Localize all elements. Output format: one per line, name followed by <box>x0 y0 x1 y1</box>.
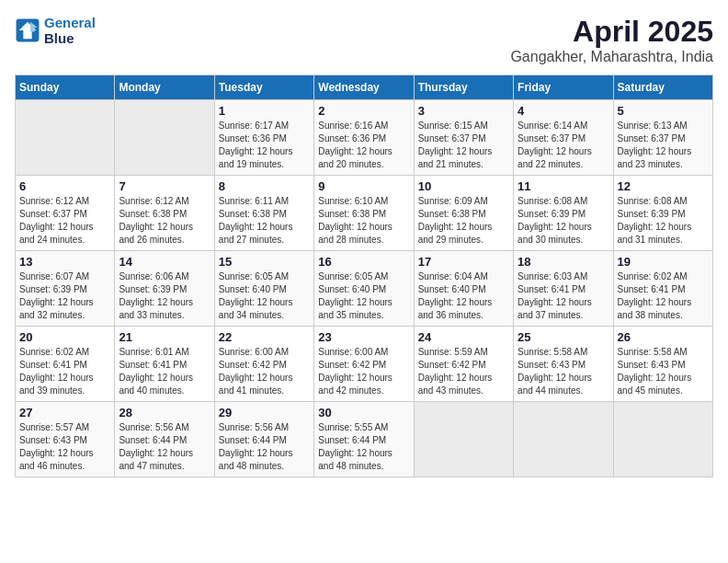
day-number: 30 <box>318 406 409 419</box>
day-info: Sunrise: 6:01 AM Sunset: 6:41 PM Dayligh… <box>119 346 210 397</box>
calendar-day-cell: 30Sunrise: 5:55 AM Sunset: 6:44 PM Dayli… <box>314 402 414 477</box>
weekday-header-row: SundayMondayTuesdayWednesdayThursdayFrid… <box>16 75 713 100</box>
calendar-day-cell: 3Sunrise: 6:15 AM Sunset: 6:37 PM Daylig… <box>414 100 513 176</box>
day-number: 24 <box>418 330 509 344</box>
day-info: Sunrise: 6:00 AM Sunset: 6:42 PM Dayligh… <box>318 346 409 397</box>
day-info: Sunrise: 5:56 AM Sunset: 6:44 PM Dayligh… <box>219 421 310 473</box>
day-info: Sunrise: 6:10 AM Sunset: 6:38 PM Dayligh… <box>318 195 409 247</box>
logo: General Blue <box>15 15 96 47</box>
day-info: Sunrise: 6:15 AM Sunset: 6:37 PM Dayligh… <box>418 120 509 171</box>
day-info: Sunrise: 6:02 AM Sunset: 6:41 PM Dayligh… <box>19 346 110 397</box>
calendar-day-cell: 1Sunrise: 6:17 AM Sunset: 6:36 PM Daylig… <box>214 100 313 176</box>
weekday-header: Thursday <box>414 75 513 100</box>
calendar-week-row: 6Sunrise: 6:12 AM Sunset: 6:37 PM Daylig… <box>16 176 713 251</box>
day-number: 22 <box>219 330 310 344</box>
calendar-day-cell: 22Sunrise: 6:00 AM Sunset: 6:42 PM Dayli… <box>214 327 313 402</box>
page-header: General Blue April 2025 Gangakher, Mahar… <box>15 15 713 65</box>
day-info: Sunrise: 6:09 AM Sunset: 6:38 PM Dayligh… <box>418 195 509 247</box>
day-number: 18 <box>518 255 609 269</box>
day-number: 23 <box>318 330 409 344</box>
day-info: Sunrise: 6:13 AM Sunset: 6:37 PM Dayligh… <box>618 120 709 171</box>
day-info: Sunrise: 6:12 AM Sunset: 6:38 PM Dayligh… <box>119 195 210 247</box>
day-number: 28 <box>119 406 210 419</box>
day-number: 12 <box>618 179 709 193</box>
day-number: 11 <box>518 179 609 193</box>
calendar-day-cell: 17Sunrise: 6:04 AM Sunset: 6:40 PM Dayli… <box>414 251 513 327</box>
day-number: 25 <box>518 330 609 344</box>
day-number: 27 <box>19 406 110 419</box>
weekday-header: Saturday <box>613 75 712 100</box>
day-number: 10 <box>418 179 509 193</box>
calendar-day-cell: 21Sunrise: 6:01 AM Sunset: 6:41 PM Dayli… <box>115 327 214 402</box>
calendar-day-cell: 26Sunrise: 5:58 AM Sunset: 6:43 PM Dayli… <box>613 327 712 402</box>
day-number: 7 <box>119 179 210 193</box>
calendar-day-cell <box>115 100 214 176</box>
day-info: Sunrise: 6:08 AM Sunset: 6:39 PM Dayligh… <box>518 195 609 247</box>
day-number: 9 <box>318 179 409 193</box>
day-info: Sunrise: 6:05 AM Sunset: 6:40 PM Dayligh… <box>318 270 409 322</box>
day-number: 4 <box>518 104 609 118</box>
day-info: Sunrise: 6:04 AM Sunset: 6:40 PM Dayligh… <box>418 270 509 322</box>
calendar-day-cell: 12Sunrise: 6:08 AM Sunset: 6:39 PM Dayli… <box>613 176 712 251</box>
day-info: Sunrise: 6:14 AM Sunset: 6:37 PM Dayligh… <box>518 120 609 171</box>
day-number: 6 <box>19 179 110 193</box>
calendar-day-cell <box>16 100 115 176</box>
day-info: Sunrise: 6:05 AM Sunset: 6:40 PM Dayligh… <box>219 270 310 322</box>
day-info: Sunrise: 5:57 AM Sunset: 6:43 PM Dayligh… <box>19 421 110 473</box>
calendar-day-cell: 13Sunrise: 6:07 AM Sunset: 6:39 PM Dayli… <box>16 251 115 327</box>
calendar-day-cell: 11Sunrise: 6:08 AM Sunset: 6:39 PM Dayli… <box>514 176 613 251</box>
calendar-day-cell: 10Sunrise: 6:09 AM Sunset: 6:38 PM Dayli… <box>414 176 513 251</box>
calendar-week-row: 13Sunrise: 6:07 AM Sunset: 6:39 PM Dayli… <box>16 251 713 327</box>
day-number: 2 <box>318 104 409 118</box>
calendar-day-cell <box>414 402 513 477</box>
day-number: 20 <box>19 330 110 344</box>
calendar-week-row: 27Sunrise: 5:57 AM Sunset: 6:43 PM Dayli… <box>16 402 713 477</box>
calendar-day-cell: 9Sunrise: 6:10 AM Sunset: 6:38 PM Daylig… <box>314 176 414 251</box>
weekday-header: Tuesday <box>214 75 313 100</box>
calendar-day-cell: 6Sunrise: 6:12 AM Sunset: 6:37 PM Daylig… <box>16 176 115 251</box>
day-info: Sunrise: 5:58 AM Sunset: 6:43 PM Dayligh… <box>518 346 609 397</box>
day-number: 14 <box>119 255 210 269</box>
calendar-day-cell: 14Sunrise: 6:06 AM Sunset: 6:39 PM Dayli… <box>115 251 214 327</box>
day-info: Sunrise: 6:00 AM Sunset: 6:42 PM Dayligh… <box>219 346 310 397</box>
day-number: 16 <box>318 255 409 269</box>
day-info: Sunrise: 5:59 AM Sunset: 6:42 PM Dayligh… <box>418 346 509 397</box>
calendar-day-cell: 20Sunrise: 6:02 AM Sunset: 6:41 PM Dayli… <box>16 327 115 402</box>
day-info: Sunrise: 6:06 AM Sunset: 6:39 PM Dayligh… <box>119 270 210 322</box>
day-info: Sunrise: 6:08 AM Sunset: 6:39 PM Dayligh… <box>618 195 709 247</box>
calendar-day-cell: 27Sunrise: 5:57 AM Sunset: 6:43 PM Dayli… <box>16 402 115 477</box>
day-info: Sunrise: 6:03 AM Sunset: 6:41 PM Dayligh… <box>518 270 609 322</box>
calendar-day-cell: 28Sunrise: 5:56 AM Sunset: 6:44 PM Dayli… <box>115 402 214 477</box>
day-number: 15 <box>219 255 310 269</box>
day-info: Sunrise: 5:58 AM Sunset: 6:43 PM Dayligh… <box>618 346 709 397</box>
day-info: Sunrise: 6:16 AM Sunset: 6:36 PM Dayligh… <box>318 120 409 171</box>
day-info: Sunrise: 6:07 AM Sunset: 6:39 PM Dayligh… <box>19 270 110 322</box>
day-number: 21 <box>119 330 210 344</box>
day-info: Sunrise: 5:56 AM Sunset: 6:44 PM Dayligh… <box>119 421 210 473</box>
day-info: Sunrise: 6:17 AM Sunset: 6:36 PM Dayligh… <box>219 120 310 171</box>
calendar-week-row: 20Sunrise: 6:02 AM Sunset: 6:41 PM Dayli… <box>16 327 713 402</box>
day-number: 3 <box>418 104 509 118</box>
subtitle: Gangakher, Maharashtra, India <box>510 49 713 65</box>
calendar-day-cell: 7Sunrise: 6:12 AM Sunset: 6:38 PM Daylig… <box>115 176 214 251</box>
calendar-day-cell: 15Sunrise: 6:05 AM Sunset: 6:40 PM Dayli… <box>214 251 313 327</box>
calendar-day-cell: 19Sunrise: 6:02 AM Sunset: 6:41 PM Dayli… <box>613 251 712 327</box>
day-number: 17 <box>418 255 509 269</box>
calendar-day-cell <box>613 402 712 477</box>
day-number: 8 <box>219 179 310 193</box>
weekday-header: Sunday <box>16 75 115 100</box>
day-info: Sunrise: 6:11 AM Sunset: 6:38 PM Dayligh… <box>219 195 310 247</box>
calendar-day-cell: 25Sunrise: 5:58 AM Sunset: 6:43 PM Dayli… <box>514 327 613 402</box>
calendar-day-cell: 24Sunrise: 5:59 AM Sunset: 6:42 PM Dayli… <box>414 327 513 402</box>
day-info: Sunrise: 6:02 AM Sunset: 6:41 PM Dayligh… <box>618 270 709 322</box>
calendar-day-cell: 2Sunrise: 6:16 AM Sunset: 6:36 PM Daylig… <box>314 100 414 176</box>
calendar-week-row: 1Sunrise: 6:17 AM Sunset: 6:36 PM Daylig… <box>16 100 713 176</box>
calendar-day-cell: 16Sunrise: 6:05 AM Sunset: 6:40 PM Dayli… <box>314 251 414 327</box>
title-block: April 2025 Gangakher, Maharashtra, India <box>510 15 713 65</box>
calendar-table: SundayMondayTuesdayWednesdayThursdayFrid… <box>15 75 713 477</box>
day-number: 26 <box>618 330 709 344</box>
calendar-day-cell: 5Sunrise: 6:13 AM Sunset: 6:37 PM Daylig… <box>613 100 712 176</box>
weekday-header: Wednesday <box>314 75 414 100</box>
weekday-header: Monday <box>115 75 214 100</box>
day-info: Sunrise: 5:55 AM Sunset: 6:44 PM Dayligh… <box>318 421 409 473</box>
